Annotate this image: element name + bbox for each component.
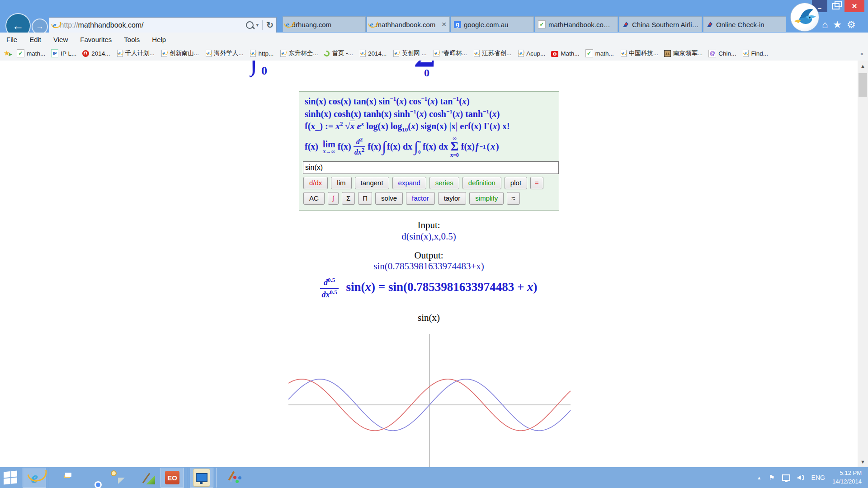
ie-icon: e [286, 21, 289, 28]
taylor-button[interactable]: taylor [438, 192, 467, 205]
tab-label: google.com.au [464, 21, 531, 28]
expand-button[interactable]: expand [392, 177, 426, 189]
favorite-label: 江苏省创... [482, 49, 511, 57]
powerpoint-icon: EO [165, 471, 179, 484]
add-favorite-star-icon[interactable]: ★▶ [4, 50, 11, 57]
tab-label: mathHandbook.com -... [548, 21, 615, 28]
tab-mathhandbook-com[interactable]: emathhandbook.com✕ [367, 16, 450, 32]
tab-close-icon[interactable]: ✕ [441, 21, 447, 28]
tab-mathhandbook-com-[interactable]: ✓mathHandbook.com -... [535, 16, 618, 32]
restore-button[interactable] [828, 0, 844, 12]
series-button[interactable]: series [429, 177, 459, 189]
iedoc-icon: e [249, 50, 256, 57]
taskbar-divider [49, 468, 49, 488]
integral-button[interactable]: ∫ [328, 192, 339, 205]
close-button[interactable]: ✕ [844, 0, 864, 12]
formula-line-hyperbolic: sinh(x) cosh(x) tanh(x) sinh−1(x) cosh−1… [303, 108, 555, 120]
taskbar-icon-outlook[interactable] [106, 468, 130, 488]
favorites-overflow-chevron-icon[interactable]: » [860, 50, 868, 57]
tab-label: China Southern Airline... [632, 21, 699, 28]
simplify-button[interactable]: simplify [469, 192, 504, 205]
favorite-item[interactable]: e江苏省创... [473, 49, 511, 57]
taskbar-icon-remote-desktop[interactable] [190, 468, 213, 488]
favorite-item[interactable]: ✓math... [17, 49, 45, 57]
favorite-item[interactable]: ehttp... [249, 50, 274, 57]
scrollbar-up-arrow[interactable]: ▲ [858, 61, 868, 71]
favorite-item[interactable]: IPIP L... [51, 49, 76, 57]
system-tray: ▲ ⚑ ENG 5:12 PM 14/12/2014 [757, 469, 868, 486]
favorite-item[interactable]: e创新南山... [160, 49, 199, 57]
taskbar-icon-internet-explorer[interactable]: e [23, 468, 46, 488]
tiger-icon [664, 50, 671, 57]
menu-item-view[interactable]: View [53, 36, 68, 43]
ddx-button[interactable]: d/dx [303, 177, 328, 189]
action-center-flag-icon[interactable]: ⚑ [769, 474, 774, 482]
lim-button[interactable]: lim [331, 177, 351, 189]
product-button[interactable]: Π [358, 192, 372, 205]
favorite-item[interactable]: eFind... [742, 50, 768, 57]
menu-item-tools[interactable]: Tools [124, 36, 140, 43]
tray-expand-icon[interactable]: ▲ [757, 475, 761, 480]
favorite-label: IP L... [61, 50, 76, 57]
favorite-item[interactable]: ✓math... [585, 49, 614, 57]
favorite-label: 千人计划... [125, 49, 155, 57]
home-icon[interactable]: ⌂ [822, 19, 828, 31]
favorite-item[interactable]: e英创网 ... [392, 49, 427, 57]
refresh-icon[interactable]: ↻ [266, 20, 274, 30]
taskbar-icon-paint[interactable] [219, 468, 243, 488]
favorite-item[interactable]: eAcup... [517, 50, 545, 57]
iedoc-icon: e [620, 50, 627, 57]
search-dropdown-icon[interactable]: ▾ [256, 22, 259, 28]
solve-button[interactable]: solve [375, 192, 403, 205]
tangent-button[interactable]: tangent [355, 177, 389, 189]
expression-input[interactable] [303, 161, 559, 174]
menu-item-favourites[interactable]: Favourites [80, 36, 112, 43]
scrollbar-down-arrow[interactable]: ▼ [858, 456, 868, 467]
tab-online-check-in[interactable]: Online Check-in [703, 16, 786, 32]
network-icon[interactable] [782, 474, 790, 481]
favorite-item[interactable]: e千人计划... [116, 49, 155, 57]
definition-button[interactable]: definition [462, 177, 501, 189]
mathdoc-icon: ✓ [538, 20, 546, 28]
menu-item-edit[interactable]: Edit [29, 36, 41, 43]
plot-button[interactable]: plot [505, 177, 527, 189]
factor-button[interactable]: factor [406, 192, 435, 205]
favorite-item[interactable]: e中国科技... [620, 49, 658, 57]
volume-icon[interactable] [797, 475, 804, 480]
start-button[interactable] [0, 467, 21, 488]
favorite-item[interactable]: e海外学人... [205, 49, 243, 57]
sum-button[interactable]: Σ [342, 192, 355, 205]
favorite-item[interactable]: e2014... [359, 50, 387, 57]
favorite-item[interactable]: @Chin... [708, 50, 736, 57]
approx-button[interactable]: ≈ [507, 192, 519, 205]
equals-button[interactable]: = [530, 177, 543, 189]
tab-china-southern-airline-[interactable]: China Southern Airline... [619, 16, 702, 32]
favorite-item[interactable]: 2014... [82, 50, 110, 57]
language-indicator[interactable]: ENG [811, 474, 825, 481]
taskbar-icon-powerpoint[interactable]: EO [160, 468, 184, 488]
back-arrow-icon: ← [12, 19, 24, 33]
url-host: mathhandbook.com/ [78, 21, 144, 29]
favorite-item[interactable]: 南京领军... [664, 49, 703, 57]
gear-icon[interactable]: ⚙ [847, 19, 856, 31]
favorite-item[interactable]: 首页 -... [324, 49, 353, 57]
menu-item-file[interactable]: File [6, 36, 17, 43]
search-icon[interactable] [246, 21, 254, 29]
ac-button[interactable]: AC [303, 192, 325, 205]
taskbar-icon-chrome[interactable] [79, 468, 103, 488]
taskbar-icon-file-explorer[interactable] [52, 468, 75, 488]
tab-google-com-au[interactable]: ggoogle.com.au [451, 16, 534, 32]
tab-drhuang-com[interactable]: edrhuang.com [283, 16, 366, 32]
favorites-star-icon[interactable]: ★ [833, 19, 842, 31]
menu-item-help[interactable]: Help [152, 36, 166, 43]
iedoc-icon: e [359, 50, 366, 57]
bird-logo[interactable] [790, 3, 819, 32]
favorite-item[interactable]: Math... [551, 50, 579, 57]
input-label: Input: [0, 220, 858, 231]
taskbar-icon-editplus[interactable] [133, 468, 157, 488]
clock[interactable]: 5:12 PM 14/12/2014 [832, 469, 862, 486]
favorite-item[interactable]: e东升杯全... [279, 49, 318, 57]
scrollbar-thumb[interactable] [859, 73, 867, 97]
address-bar[interactable]: e http://mathhandbook.com/ ▾ ↻ [49, 17, 277, 33]
favorite-item[interactable]: e“春晖杯... [433, 49, 467, 57]
